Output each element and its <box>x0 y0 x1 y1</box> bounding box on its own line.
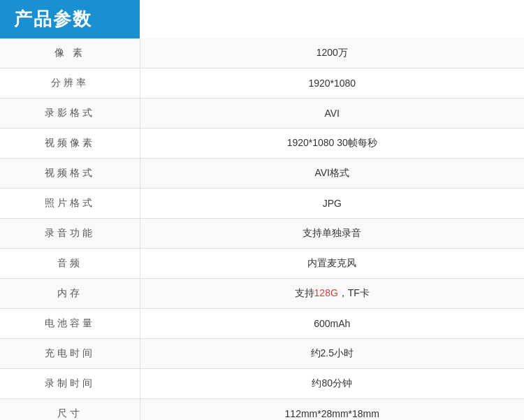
param-value: 内置麦克风 <box>140 249 524 279</box>
table-row: 充电时间约2.5小时 <box>0 339 524 369</box>
param-value: AVI <box>140 99 524 129</box>
params-table: 像 素1200万分辨率1920*1080录影格式AVI视频像素1920*1080… <box>0 38 524 420</box>
param-value: 1920*1080 <box>140 68 524 99</box>
param-label: 照片格式 <box>0 189 140 219</box>
param-label: 像 素 <box>0 38 140 68</box>
param-label: 充电时间 <box>0 339 140 369</box>
table-row: 分辨率1920*1080 <box>0 68 524 99</box>
table-row: 像 素1200万 <box>0 38 524 68</box>
param-value: JPG <box>140 189 524 219</box>
param-value: 约2.5小时 <box>140 339 524 369</box>
param-label: 音频 <box>0 249 140 279</box>
param-value: 支持单独录音 <box>140 219 524 249</box>
param-value: 1200万 <box>140 38 524 68</box>
param-label: 视频像素 <box>0 129 140 159</box>
table-row: 音频内置麦克风 <box>0 249 524 279</box>
param-value: AVI格式 <box>140 159 524 189</box>
param-label: 视频格式 <box>0 159 140 189</box>
param-value: 约80分钟 <box>140 369 524 399</box>
param-label: 分辨率 <box>0 68 140 99</box>
param-value: 1920*1080 30帧每秒 <box>140 129 524 159</box>
table-row: 内存支持128G，TF卡 <box>0 279 524 309</box>
table-row: 电池容量600mAh <box>0 309 524 339</box>
table-row: 照片格式JPG <box>0 189 524 219</box>
param-value: 112mm*28mm*18mm <box>140 399 524 421</box>
param-value: 600mAh <box>140 309 524 339</box>
param-label: 内存 <box>0 279 140 309</box>
param-label: 录音功能 <box>0 219 140 249</box>
param-value: 支持128G，TF卡 <box>140 279 524 309</box>
table-row: 录音功能支持单独录音 <box>0 219 524 249</box>
table-row: 尺寸112mm*28mm*18mm <box>0 399 524 421</box>
param-label: 电池容量 <box>0 309 140 339</box>
param-label: 录制时间 <box>0 369 140 399</box>
param-label: 录影格式 <box>0 99 140 129</box>
table-row: 录制时间约80分钟 <box>0 369 524 399</box>
header-banner: 产品参数 <box>0 0 140 38</box>
table-row: 录影格式AVI <box>0 99 524 129</box>
table-row: 视频格式AVI格式 <box>0 159 524 189</box>
table-row: 视频像素1920*1080 30帧每秒 <box>0 129 524 159</box>
param-label: 尺寸 <box>0 399 140 421</box>
page-title: 产品参数 <box>14 8 92 29</box>
